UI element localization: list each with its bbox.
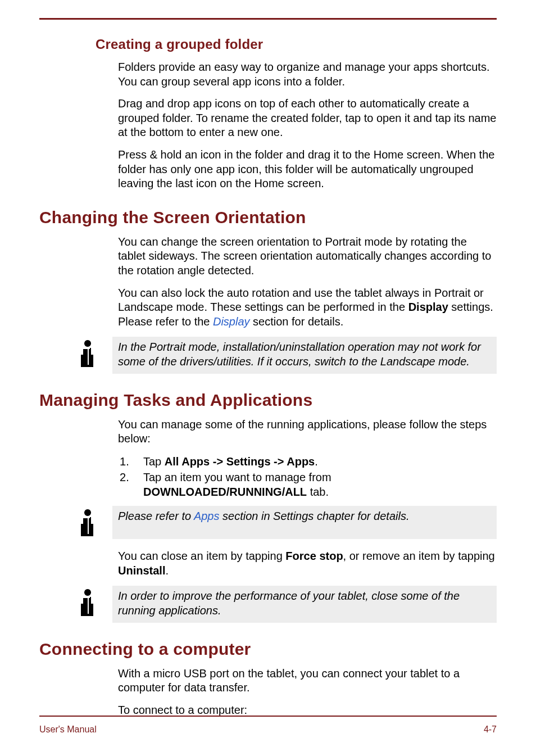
info-icon xyxy=(71,506,102,537)
heading-tasks: Managing Tasks and Applications xyxy=(39,391,497,410)
close-b: Force stop xyxy=(285,550,343,562)
note-tasks-1-text: Please refer to Apps section in Settings… xyxy=(118,509,491,524)
body-connecting: With a micro USB port on the tablet, you… xyxy=(39,667,497,718)
heading-creating-folder: Creating a grouped folder xyxy=(39,37,497,52)
info-icon xyxy=(71,586,102,617)
body-orientation: You can change the screen orientation to… xyxy=(39,235,497,329)
heading-orientation: Changing the Screen Orientation xyxy=(39,208,497,227)
body-tasks-close: You can close an item by tapping Force s… xyxy=(39,549,497,578)
apps-link[interactable]: Apps xyxy=(194,510,220,522)
step1a: Tap xyxy=(143,455,165,468)
info-icon xyxy=(71,337,102,368)
folder-p3: Press & hold an icon in the folder and d… xyxy=(118,148,497,191)
note-tasks-1-box: Please refer to Apps section in Settings… xyxy=(112,506,497,540)
step1b: All Apps -> Settings -> Apps xyxy=(165,455,315,468)
folder-p1: Folders provide an easy way to organize … xyxy=(118,60,497,89)
close-d: Uninstall xyxy=(118,564,165,577)
step2c: tab. xyxy=(307,486,329,498)
tasks-close-p: You can close an item by tapping Force s… xyxy=(118,549,497,578)
close-e: . xyxy=(165,564,169,577)
svg-rect-0 xyxy=(81,364,93,367)
display-link[interactable]: Display xyxy=(213,315,250,328)
orientation-p2d: section for details. xyxy=(250,315,344,328)
heading-connecting: Connecting to a computer xyxy=(39,640,497,659)
tasks-steps: Tap All Apps -> Settings -> Apps. Tap an… xyxy=(118,454,497,499)
footer-right: 4-7 xyxy=(484,725,497,735)
connect-p1: With a micro USB port on the tablet, you… xyxy=(118,667,497,695)
note-orientation: In the Portrait mode, installation/unins… xyxy=(39,337,497,373)
tasks-step1: Tap All Apps -> Settings -> Apps. xyxy=(143,454,497,469)
footer-line: User's Manual 4-7 xyxy=(39,725,497,735)
top-rule xyxy=(39,18,497,20)
note-tasks-1: Please refer to Apps section in Settings… xyxy=(39,506,497,540)
footer: User's Manual 4-7 xyxy=(39,716,497,735)
tasks-step2: Tap an item you want to manage from DOWN… xyxy=(143,470,497,499)
svg-rect-3 xyxy=(81,533,93,536)
bottom-rule xyxy=(39,716,497,717)
svg-rect-1 xyxy=(88,348,89,365)
close-c: , or remove an item by tapping xyxy=(343,550,495,562)
orientation-p1: You can change the screen orientation to… xyxy=(118,235,497,278)
svg-rect-2 xyxy=(83,348,90,349)
tasks-intro: You can manage some of the running appli… xyxy=(118,418,497,446)
body-creating-folder: Folders provide an easy way to organize … xyxy=(39,60,497,191)
body-tasks: You can manage some of the running appli… xyxy=(39,418,497,499)
orientation-p2: You can also lock the auto rotation and … xyxy=(118,286,497,329)
step1c: . xyxy=(315,455,318,468)
note-tasks-2: In order to improve the performance of y… xyxy=(39,586,497,622)
orientation-p2-bold: Display xyxy=(408,301,448,313)
page-container: Creating a grouped folder Folders provid… xyxy=(0,0,536,756)
svg-rect-8 xyxy=(83,597,90,598)
note-orientation-text: In the Portrait mode, installation/unins… xyxy=(118,340,491,369)
svg-rect-6 xyxy=(81,613,93,616)
close-a: You can close an item by tapping xyxy=(118,550,285,562)
note-tasks-2-box: In order to improve the performance of y… xyxy=(112,586,497,622)
svg-rect-7 xyxy=(88,597,89,614)
svg-rect-4 xyxy=(88,517,89,534)
note1b: section in Settings chapter for details. xyxy=(219,510,409,522)
step2a: Tap an item you want to manage from xyxy=(143,471,331,483)
note1a: Please refer to xyxy=(118,510,194,522)
footer-left: User's Manual xyxy=(39,725,97,735)
note-orientation-box: In the Portrait mode, installation/unins… xyxy=(112,337,497,373)
svg-rect-5 xyxy=(83,517,90,518)
folder-p2: Drag and drop app icons on top of each o… xyxy=(118,97,497,140)
step2b: DOWNLOADED/RUNNING/ALL xyxy=(143,486,307,498)
note-tasks-2-text: In order to improve the performance of y… xyxy=(118,589,491,618)
